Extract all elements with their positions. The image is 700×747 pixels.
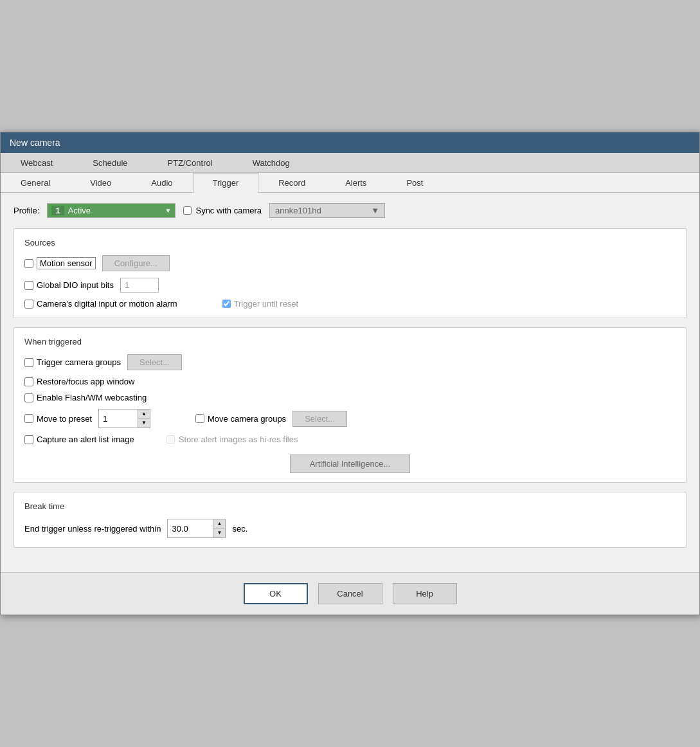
- break-time-spinner-btns: ▲ ▼: [213, 519, 225, 537]
- break-time-title: Break time: [24, 501, 676, 511]
- global-dio-input[interactable]: [120, 278, 159, 292]
- move-preset-input[interactable]: [99, 410, 138, 428]
- enable-flash-checkbox-label[interactable]: Enable Flash/WM webcasting: [24, 393, 147, 402]
- store-alert-container: Store alert images as hi-res files: [166, 435, 298, 444]
- global-dio-checkbox-label[interactable]: Global DIO input bits: [24, 280, 114, 290]
- tab-alerts[interactable]: Alerts: [325, 173, 386, 192]
- break-time-unit: sec.: [232, 524, 247, 534]
- tab-schedule[interactable]: Schedule: [73, 153, 147, 172]
- trigger-groups-select-button[interactable]: Select...: [127, 354, 182, 370]
- sync-row: Sync with camera: [183, 206, 262, 215]
- tab-audio[interactable]: Audio: [131, 173, 192, 192]
- motion-sensor-label: Motion sensor: [37, 257, 96, 269]
- break-time-down-button[interactable]: ▼: [213, 528, 225, 537]
- camera-digital-row: Camera's digital input or motion alarm T…: [24, 299, 676, 309]
- tab-watchdog[interactable]: Watchdog: [233, 153, 310, 172]
- camera-digital-label: Camera's digital input or motion alarm: [37, 299, 177, 309]
- cancel-button[interactable]: Cancel: [318, 583, 382, 604]
- top-tab-row: Webcast Schedule PTZ/Control Watchdog: [1, 153, 699, 173]
- enable-flash-row: Enable Flash/WM webcasting: [24, 393, 676, 402]
- tab-record[interactable]: Record: [258, 173, 325, 192]
- move-preset-down-button[interactable]: ▼: [138, 419, 150, 428]
- chevron-down-icon: ▼: [371, 206, 379, 215]
- ai-button-row: Artificial Intelligence...: [24, 451, 676, 473]
- trigger-groups-row: Trigger camera groups Select...: [24, 354, 676, 370]
- move-preset-spinner-btns: ▲ ▼: [138, 410, 150, 428]
- break-time-input[interactable]: [168, 519, 213, 537]
- global-dio-label: Global DIO input bits: [37, 280, 114, 290]
- tab-general[interactable]: General: [1, 173, 70, 192]
- camera-digital-checkbox[interactable]: [24, 300, 33, 309]
- motion-sensor-checkbox-label[interactable]: Motion sensor: [24, 257, 96, 269]
- break-time-row: End trigger unless re-triggered within ▲…: [24, 519, 676, 538]
- camera-select-dropdown[interactable]: annke101hd ▼: [269, 203, 385, 218]
- move-camera-groups-select-button[interactable]: Select...: [292, 411, 347, 427]
- trigger-groups-label: Trigger camera groups: [37, 357, 121, 367]
- tab-ptz-control[interactable]: PTZ/Control: [148, 153, 233, 172]
- tab-post[interactable]: Post: [386, 173, 443, 192]
- title-bar: New camera: [1, 132, 699, 153]
- second-tab-row: General Video Audio Trigger Record Alert…: [1, 173, 699, 193]
- configure-button[interactable]: Configure...: [102, 255, 170, 271]
- capture-alert-label: Capture an alert list image: [37, 435, 134, 444]
- restore-focus-checkbox-label[interactable]: Restore/focus app window: [24, 377, 134, 386]
- move-preset-checkbox-label[interactable]: Move to preset: [24, 414, 92, 424]
- camera-name: annke101hd: [275, 206, 321, 215]
- main-content: Profile: 1 Active ▼ Sync with camera ann…: [1, 193, 699, 567]
- move-preset-row: Move to preset ▲ ▼ Move camera groups Se…: [24, 409, 676, 428]
- enable-flash-checkbox[interactable]: [24, 393, 33, 402]
- profile-label: Profile:: [13, 206, 39, 215]
- move-camera-groups-label: Move camera groups: [208, 414, 286, 424]
- global-dio-checkbox[interactable]: [24, 281, 33, 290]
- sync-label: Sync with camera: [195, 206, 262, 215]
- new-camera-window: New camera Webcast Schedule PTZ/Control …: [0, 132, 700, 615]
- window-title: New camera: [10, 138, 60, 148]
- motion-sensor-checkbox[interactable]: [24, 259, 33, 268]
- move-preset-spinner: ▲ ▼: [98, 409, 150, 428]
- help-button[interactable]: Help: [393, 583, 457, 604]
- sources-section: Sources Motion sensor Configure... Globa…: [13, 228, 687, 318]
- move-preset-up-button[interactable]: ▲: [138, 410, 150, 419]
- trigger-groups-checkbox[interactable]: [24, 358, 33, 367]
- break-time-label: End trigger unless re-triggered within: [24, 524, 161, 534]
- move-camera-groups-container: Move camera groups Select...: [195, 411, 347, 427]
- ok-button[interactable]: OK: [244, 583, 308, 604]
- store-alert-checkbox[interactable]: [166, 435, 175, 444]
- move-preset-label: Move to preset: [37, 414, 92, 424]
- chevron-down-icon: ▼: [165, 207, 172, 214]
- capture-alert-row: Capture an alert list image Store alert …: [24, 435, 676, 444]
- profile-dropdown[interactable]: 1 Active ▼: [47, 203, 175, 218]
- profile-row: Profile: 1 Active ▼ Sync with camera ann…: [13, 203, 687, 218]
- capture-alert-checkbox[interactable]: [24, 435, 33, 444]
- trigger-reset-checkbox[interactable]: [222, 300, 231, 308]
- tab-video[interactable]: Video: [70, 173, 131, 192]
- tab-trigger[interactable]: Trigger: [193, 173, 259, 193]
- motion-sensor-row: Motion sensor Configure...: [24, 255, 676, 271]
- move-camera-groups-checkbox[interactable]: [195, 414, 204, 423]
- sources-title: Sources: [24, 238, 676, 248]
- store-alert-label: Store alert images as hi-res files: [179, 435, 298, 444]
- global-dio-row: Global DIO input bits: [24, 278, 676, 292]
- ai-button[interactable]: Artificial Intelligence...: [290, 455, 411, 473]
- profile-text: Active: [68, 206, 163, 215]
- restore-focus-row: Restore/focus app window: [24, 377, 676, 386]
- break-time-up-button[interactable]: ▲: [213, 519, 225, 528]
- sync-with-camera-checkbox[interactable]: [183, 206, 192, 215]
- trigger-groups-checkbox-label[interactable]: Trigger camera groups: [24, 357, 121, 367]
- move-preset-checkbox[interactable]: [24, 414, 33, 423]
- break-time-spinner: ▲ ▼: [167, 519, 226, 538]
- footer: OK Cancel Help: [1, 572, 699, 615]
- tab-webcast[interactable]: Webcast: [1, 153, 73, 172]
- when-triggered-section: When triggered Trigger camera groups Sel…: [13, 327, 687, 483]
- restore-focus-checkbox[interactable]: [24, 377, 33, 386]
- when-triggered-title: When triggered: [24, 337, 676, 346]
- restore-focus-label: Restore/focus app window: [37, 377, 134, 386]
- enable-flash-label: Enable Flash/WM webcasting: [37, 393, 147, 402]
- capture-alert-checkbox-label[interactable]: Capture an alert list image: [24, 435, 134, 444]
- camera-digital-checkbox-label[interactable]: Camera's digital input or motion alarm: [24, 299, 177, 309]
- trigger-reset-container: Trigger until reset: [222, 299, 299, 309]
- profile-number: 1: [51, 206, 64, 215]
- move-camera-groups-checkbox-label[interactable]: Move camera groups: [195, 414, 286, 424]
- trigger-reset-label: Trigger until reset: [234, 299, 299, 309]
- break-time-section: Break time End trigger unless re-trigger…: [13, 492, 687, 548]
